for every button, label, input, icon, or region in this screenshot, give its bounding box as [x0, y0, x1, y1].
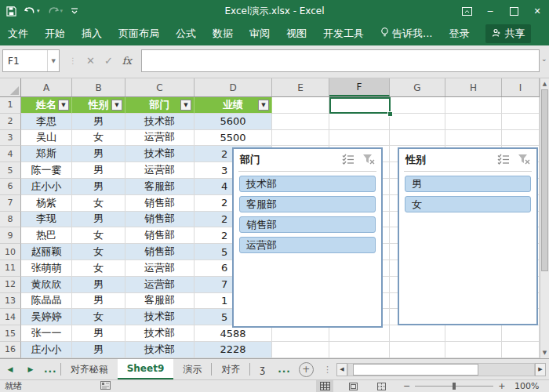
row-header-2[interactable]: 2	[0, 114, 21, 130]
ribbon-tab-tellme[interactable]: 告诉我...	[380, 27, 432, 41]
filter-dropdown-icon[interactable]: ▼	[111, 100, 122, 111]
table-header-cell[interactable]: 性别▼	[72, 97, 125, 114]
table-cell[interactable]: 女	[72, 260, 125, 277]
row-header-5[interactable]: 5	[0, 162, 21, 179]
table-cell[interactable]: 销售部	[125, 195, 195, 212]
sheet-tab-对齐[interactable]: 对齐	[212, 359, 249, 379]
table-cell[interactable]: 销售部	[125, 227, 195, 244]
empty-cell[interactable]	[502, 342, 540, 358]
row-header-16[interactable]: 16	[0, 342, 21, 358]
table-cell[interactable]: 运营部	[125, 277, 195, 293]
table-cell[interactable]: 女	[72, 309, 125, 325]
table-cell[interactable]: 客服部	[125, 293, 195, 310]
row-header-8[interactable]: 8	[0, 212, 21, 228]
zoom-slider-track[interactable]	[415, 386, 493, 387]
table-cell[interactable]: 男	[72, 293, 125, 310]
table-cell[interactable]: 技术部	[125, 309, 195, 325]
table-cell[interactable]: 吴婷婷	[21, 309, 72, 325]
table-cell[interactable]: 销售部	[125, 244, 195, 260]
row-header-6[interactable]: 6	[0, 179, 21, 195]
slicer-department[interactable]: 部门 技术部客服部销售部运营部	[232, 147, 383, 328]
slicer-item-销售部[interactable]: 销售部	[239, 216, 376, 233]
table-cell[interactable]: 客服部	[125, 179, 195, 195]
sheet-tab-演示[interactable]: 演示	[173, 359, 211, 379]
slicer-item-运营部[interactable]: 运营部	[239, 237, 376, 253]
empty-cell[interactable]	[445, 97, 502, 114]
empty-cell[interactable]	[329, 114, 390, 130]
table-cell[interactable]: 运营部	[125, 162, 195, 179]
column-header-G[interactable]: G	[390, 78, 445, 96]
column-header-I[interactable]: I	[502, 78, 540, 96]
column-header-E[interactable]: E	[272, 78, 329, 96]
empty-cell[interactable]	[390, 342, 445, 358]
empty-cell[interactable]	[329, 325, 390, 342]
row-header-12[interactable]: 12	[0, 277, 21, 293]
ribbon-tab-插入[interactable]: 插入	[82, 27, 102, 41]
multi-select-icon[interactable]	[342, 153, 354, 168]
ribbon-tab-开始[interactable]: 开始	[45, 27, 65, 41]
minimize-icon[interactable]: ─	[478, 0, 502, 22]
empty-cell[interactable]	[390, 325, 445, 342]
slicer-item-男[interactable]: 男	[405, 176, 531, 192]
row-header-13[interactable]: 13	[0, 293, 21, 310]
empty-cell[interactable]	[329, 130, 390, 147]
table-cell[interactable]: 庄小小	[21, 342, 72, 358]
table-cell[interactable]: 女	[72, 195, 125, 212]
hscroll-right-icon[interactable]: ▶	[535, 363, 546, 376]
zoom-slider-handle[interactable]	[453, 383, 456, 390]
table-cell[interactable]: 2228	[195, 342, 272, 358]
empty-cell[interactable]	[445, 114, 502, 130]
horizontal-scrollbar[interactable]: ◀ ▶	[336, 363, 546, 376]
table-cell[interactable]: 男	[72, 162, 125, 179]
row-header-3[interactable]: 3	[0, 130, 21, 147]
empty-cell[interactable]	[272, 130, 329, 147]
row-header-7[interactable]: 7	[0, 195, 21, 212]
slicer-gender[interactable]: 性别 男女	[398, 147, 538, 325]
page-break-view-icon[interactable]	[373, 380, 390, 392]
table-cell[interactable]: 技术部	[125, 342, 195, 358]
empty-cell[interactable]	[390, 114, 445, 130]
row-header-4[interactable]: 4	[0, 146, 21, 162]
row-header-9[interactable]: 9	[0, 227, 21, 244]
column-header-D[interactable]: D	[195, 78, 272, 96]
row-header-14[interactable]: 14	[0, 309, 21, 325]
table-cell[interactable]: 5600	[195, 114, 272, 130]
normal-view-icon[interactable]	[316, 380, 333, 392]
table-cell[interactable]: 男	[72, 114, 125, 130]
ribbon-tab-视图[interactable]: 视图	[286, 27, 307, 41]
table-cell[interactable]: 赵丽颖	[21, 244, 72, 260]
name-box-dropdown-icon[interactable]: ▼	[47, 50, 59, 71]
enter-formula-icon[interactable]: ✓	[104, 55, 113, 67]
empty-cell[interactable]	[272, 97, 329, 114]
table-cell[interactable]: 郑斯	[21, 146, 72, 162]
column-header-F[interactable]: F	[329, 78, 390, 96]
insert-function-icon[interactable]: fx	[122, 55, 132, 67]
new-sheet-icon[interactable]: +	[299, 362, 314, 377]
table-cell[interactable]: 黄欣欣	[21, 277, 72, 293]
table-cell[interactable]: 男	[72, 146, 125, 162]
ribbon-tab-公式[interactable]: 公式	[176, 27, 196, 41]
table-cell[interactable]: 杨紫	[21, 195, 72, 212]
ribbon-tab-页面布局[interactable]: 页面布局	[118, 27, 159, 41]
empty-cell[interactable]	[272, 114, 329, 130]
row-header-1[interactable]: 1	[0, 97, 21, 114]
hscroll-left-icon[interactable]: ◀	[336, 363, 347, 376]
table-cell[interactable]: 技术部	[125, 325, 195, 342]
clear-filter-icon[interactable]	[518, 153, 530, 168]
zoom-out-icon[interactable]: −	[403, 381, 410, 391]
table-cell[interactable]: 李思	[21, 114, 72, 130]
slicer-item-客服部[interactable]: 客服部	[239, 196, 376, 212]
fill-handle[interactable]	[387, 111, 393, 117]
vertical-scrollbar[interactable]: ▲ ▼	[540, 78, 549, 358]
empty-cell[interactable]	[445, 342, 502, 358]
table-cell[interactable]: 技术部	[125, 114, 195, 130]
horizontal-scroll-thumb[interactable]	[353, 364, 478, 376]
empty-cell[interactable]	[390, 130, 445, 147]
multi-select-icon[interactable]	[497, 153, 510, 168]
table-cell[interactable]: 庄小小	[21, 179, 72, 195]
table-cell[interactable]: 女	[72, 244, 125, 260]
slicer-item-技术部[interactable]: 技术部	[239, 176, 376, 192]
page-layout-view-icon[interactable]	[344, 380, 362, 392]
selected-cell-outline[interactable]	[329, 97, 391, 114]
clear-filter-icon[interactable]	[362, 153, 375, 168]
